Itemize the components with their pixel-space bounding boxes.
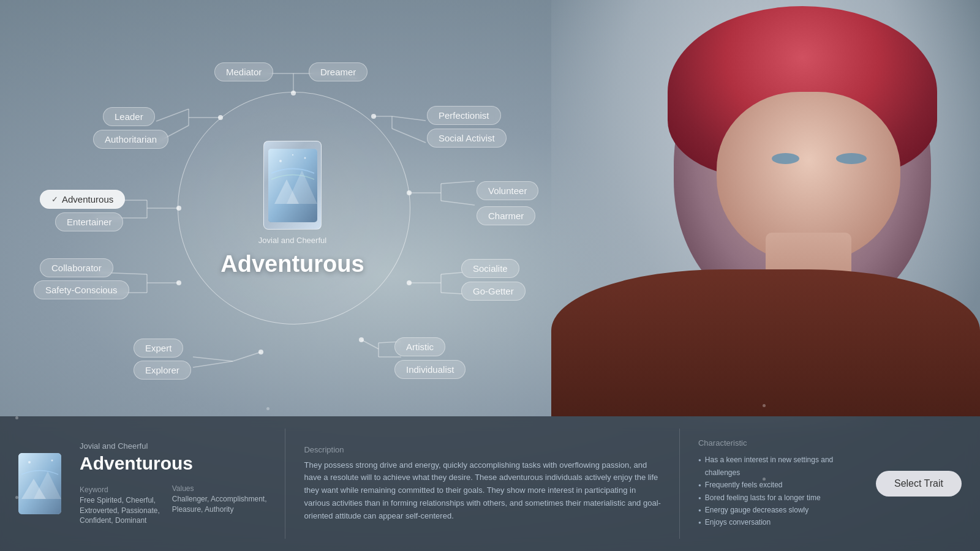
svg-point-56 xyxy=(292,154,293,156)
trait-perfectionist[interactable]: Perfectionist xyxy=(427,106,501,125)
keyword-label: Keyword xyxy=(80,485,160,494)
info-left-section: Jovial and Cheerful Adventurous Keyword … xyxy=(80,429,266,539)
trait-dreamer[interactable]: Dreamer xyxy=(309,62,368,81)
svg-point-55 xyxy=(304,157,306,159)
trait-charmer[interactable]: Charmer xyxy=(477,206,535,225)
info-card-thumbnail xyxy=(18,453,61,514)
trait-socialite[interactable]: Socialite xyxy=(461,259,519,278)
trait-artistic[interactable]: Artistic xyxy=(394,337,445,356)
values-value: Challenger, Accomplishment,Pleasure, Aut… xyxy=(172,494,267,515)
center-card xyxy=(263,141,322,230)
svg-point-54 xyxy=(279,160,282,162)
center-trait-name: Adventurous xyxy=(196,251,389,277)
trait-adventurous[interactable]: Adventurous xyxy=(40,190,125,209)
char-dot-1: ● xyxy=(698,456,701,465)
characteristics-section: Characteristic ● Has a keen interest in … xyxy=(698,429,858,539)
description-label: Description xyxy=(304,445,660,454)
char-item-3: ● Bored feeling lasts for a longer time xyxy=(698,492,858,504)
char-item-4: ● Energy gauge decreases slowly xyxy=(698,504,858,516)
svg-rect-57 xyxy=(18,453,61,514)
char-dot-5: ● xyxy=(698,519,701,527)
char-text-4: Energy gauge decreases slowly xyxy=(705,504,809,516)
info-subtitle: Jovial and Cheerful xyxy=(80,441,266,451)
mindmap-area: Jovial and Cheerful Adventurous Mediator… xyxy=(0,0,582,416)
char-item-1: ● Has a keen interest in new settings an… xyxy=(698,454,858,479)
info-panel: Jovial and Cheerful Adventurous Keyword … xyxy=(0,416,980,551)
svg-point-60 xyxy=(28,461,31,463)
characteristic-label: Characteristic xyxy=(698,438,858,448)
deco-dot-3 xyxy=(763,404,766,407)
char-text-5: Enjoys conversation xyxy=(705,516,771,528)
trait-volunteer[interactable]: Volunteer xyxy=(477,181,538,200)
description-text: They possess strong drive and energy, qu… xyxy=(304,459,660,523)
char-text-1: Has a keen interest in new settings and … xyxy=(705,454,858,479)
char-item-2: ● Frequently feels excited xyxy=(698,479,858,491)
divider-1 xyxy=(285,429,285,539)
char-dot-2: ● xyxy=(698,481,701,490)
info-title: Adventurous xyxy=(80,453,266,473)
keyword-col: Keyword Free Spirited, Cheerful,Extrover… xyxy=(80,481,160,526)
deco-dot-2 xyxy=(266,407,270,410)
deco-dot-1 xyxy=(15,416,18,419)
char-dot-3: ● xyxy=(698,494,701,503)
values-label: Values xyxy=(172,484,267,493)
char-item-5: ● Enjoys conversation xyxy=(698,516,858,528)
keyword-value: Free Spirited, Cheerful,Extroverted, Pas… xyxy=(80,495,160,526)
char-text-3: Bored feeling lasts for a longer time xyxy=(705,492,821,504)
trait-safety-conscious[interactable]: Safety-Conscious xyxy=(34,280,129,299)
values-col: Values Challenger, Accomplishment,Pleasu… xyxy=(172,481,267,526)
trait-individualist[interactable]: Individualist xyxy=(394,360,466,379)
char-text-2: Frequently feels excited xyxy=(705,479,783,491)
trait-go-getter[interactable]: Go-Getter xyxy=(461,282,526,301)
trait-mediator[interactable]: Mediator xyxy=(214,62,273,81)
info-description-section: Description They possess strong drive an… xyxy=(304,429,660,539)
select-trait-button[interactable]: Select Trait xyxy=(876,471,962,497)
character-display xyxy=(551,0,980,429)
trait-expert[interactable]: Expert xyxy=(134,339,183,358)
trait-authoritarian[interactable]: Authoritarian xyxy=(93,130,168,149)
deco-dot-5 xyxy=(763,478,766,481)
trait-explorer[interactable]: Explorer xyxy=(134,361,191,380)
trait-social-activist[interactable]: Social Activist xyxy=(427,129,507,148)
trait-entertainer[interactable]: Entertainer xyxy=(55,212,123,231)
deco-dot-4 xyxy=(15,496,18,499)
char-dot-4: ● xyxy=(698,506,701,515)
center-subtitle: Jovial and Cheerful xyxy=(227,236,358,245)
svg-rect-51 xyxy=(268,149,317,222)
trait-collaborator[interactable]: Collaborator xyxy=(40,258,113,277)
svg-point-61 xyxy=(51,460,53,462)
divider-2 xyxy=(679,429,680,539)
trait-leader[interactable]: Leader xyxy=(103,107,155,126)
info-meta: Keyword Free Spirited, Cheerful,Extrover… xyxy=(80,481,266,526)
